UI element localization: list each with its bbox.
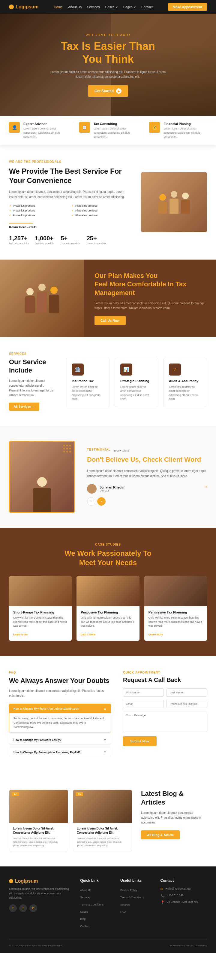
- testimonial-title: Don't Believe Us, Check Client Word: [87, 455, 207, 464]
- case-title-3: Meet Your Needs: [79, 558, 137, 566]
- author-info: Jonatan Rhedin Director: [99, 485, 125, 492]
- footer-useful-faq[interactable]: FAQ: [120, 910, 126, 913]
- person-2-head: [171, 191, 177, 198]
- faq-title: We Always Answer Your Doubts: [9, 676, 111, 685]
- testimonial-next-button[interactable]: ›: [97, 497, 106, 506]
- footer-top: Logipsum Lorem ipsum dolor sit amet cons…: [9, 878, 207, 930]
- brown-cta-button[interactable]: Call Us Now: [95, 316, 126, 325]
- footer-address-icon: 📍: [161, 900, 165, 904]
- nav-link-contact[interactable]: Contact: [141, 5, 153, 9]
- footer-link-contact[interactable]: Contact: [80, 925, 90, 928]
- dot-8: [66, 451, 68, 452]
- footer-link-cases[interactable]: Cases: [80, 910, 88, 913]
- social-instagram[interactable]: in: [29, 904, 37, 912]
- blog-card-desc-1: Lorem ipsum dolor sit amet, consectetur …: [77, 837, 128, 848]
- faq-arrow-0: ▲: [104, 707, 107, 710]
- social-facebook[interactable]: f: [9, 904, 17, 912]
- service-icon-0: 🏦: [72, 364, 84, 375]
- feature-title-1: Tax Consulting: [94, 122, 137, 126]
- case-card-img-1: [77, 576, 139, 606]
- service-icon-1: 📊: [120, 364, 132, 375]
- case-studies-section: Case Studies We Work Passionately To Mee…: [0, 528, 216, 656]
- blog-title: Latest Blog & Articles: [141, 789, 207, 807]
- footer-quicklinks: About Us Services Terms & Conditions Cas…: [80, 887, 111, 928]
- footer-useful-privacy[interactable]: Privacy Policy: [120, 889, 137, 892]
- hero-description: Lorem ipsum dolor sit amet, consectetur …: [48, 70, 168, 79]
- person-3: [181, 192, 190, 213]
- footer-link-services[interactable]: Services: [80, 896, 91, 899]
- phone-input[interactable]: [167, 700, 207, 708]
- case-title: We Work Passionately To Meet Your Needs: [9, 549, 207, 567]
- faq-item-2: How to Change My Subscription Plan using…: [9, 747, 111, 757]
- submit-button[interactable]: Submit Now: [123, 737, 157, 746]
- blog-card-img-0: 22: [9, 790, 68, 823]
- callback-contact-row: [123, 700, 207, 708]
- last-name-input[interactable]: [167, 688, 207, 697]
- hero-welcome: Welcome to Diaxio: [48, 33, 168, 37]
- about-list-item-3: Phasellus pretioue: [71, 209, 132, 212]
- case-card-0: Short-Range Tax Planning Only with far m…: [9, 576, 72, 641]
- blog-card-body-0: Lorem Ipsum Dolor Sit Amet, Consectetur …: [9, 823, 68, 851]
- author-role: Director: [99, 489, 125, 492]
- footer-link-terms[interactable]: Terms & Conditions: [80, 903, 104, 906]
- services-layout: Our Service Include Lorem ipsum dolor si…: [9, 358, 207, 411]
- nav-cta-button[interactable]: Make Appointment: [168, 3, 207, 11]
- feature-divider-2: [143, 122, 143, 139]
- message-textarea[interactable]: [123, 711, 207, 732]
- footer-useful-support[interactable]: Support: [120, 903, 130, 906]
- nav-logo-text: Logipsum: [16, 4, 38, 10]
- footer-email-icon: ✉: [161, 887, 163, 891]
- brown-title-2: Feel More: [95, 280, 127, 288]
- footer-phone-icon: 📞: [161, 894, 165, 898]
- faq-question-text-1: How to Change My Password Easily?: [14, 738, 61, 741]
- faq-question-1[interactable]: How to Change My Password Easily? ▼: [9, 735, 111, 745]
- dot-6: [69, 448, 71, 449]
- footer-link-about[interactable]: About Us: [80, 889, 91, 892]
- case-card-desc-2: Only with far more column space than thi…: [148, 616, 203, 628]
- callback-part: Quick Appointment Request A Call Back Su…: [123, 671, 207, 760]
- feature-icon-2: 💰: [149, 122, 160, 133]
- case-title-highlight: Passionately: [97, 549, 141, 557]
- case-card-desc-0: Only with far more column space than thi…: [13, 616, 68, 628]
- nav-link-about[interactable]: About Us: [68, 5, 82, 9]
- faq-question-2[interactable]: How to Change My Subscription Plan using…: [9, 748, 111, 757]
- social-twitter[interactable]: t: [19, 904, 27, 912]
- person-1-head: [159, 194, 166, 201]
- feature-desc-1: Lorem ipsum dolor sit amet consectetur a…: [94, 127, 137, 139]
- blog-all-button[interactable]: All Blog & Article: [141, 830, 180, 839]
- about-list-item-1: Phasellus pretioue: [71, 204, 132, 207]
- blog-card-title-0: Lorem Ipsum Dolor Sit Amet, Consectetur …: [13, 826, 64, 835]
- faq-callback-section: FAQ We Always Answer Your Doubts Lorem i…: [0, 656, 216, 775]
- testimonial-author: Jonatan Rhedin Director ": [87, 484, 207, 493]
- nav-links: Home About Us Services Cases ∨ Pages ∨ C…: [54, 5, 153, 9]
- signature-line: [9, 223, 33, 224]
- services-cards: 🏦 Insurance Tax Lorem ipsum dolor sit am…: [66, 358, 207, 407]
- faq-question-0[interactable]: How to Change My Photo From Admin Dashbo…: [9, 704, 111, 713]
- case-card-link-2[interactable]: Learn More: [148, 633, 163, 636]
- nav-link-home[interactable]: Home: [54, 5, 63, 9]
- about-signature: Kevin Herd - CEO: [9, 223, 132, 229]
- email-input[interactable]: [123, 700, 164, 708]
- footer-useful-terms[interactable]: Terms & Conditions: [120, 896, 144, 899]
- nav-link-pages[interactable]: Pages ∨: [123, 5, 136, 9]
- services-all-button[interactable]: All Services →: [9, 402, 39, 411]
- about-list-item-2: Phasellus pretioue: [9, 209, 69, 212]
- testimonial-title-1: Don't Believe Us, Check: [87, 456, 162, 463]
- testimonial-prev-button[interactable]: ‹: [87, 497, 95, 506]
- footer-link-blog[interactable]: Blog: [80, 918, 85, 921]
- brown-title-highlight: Comfortable: [127, 280, 166, 288]
- hero-cta-button[interactable]: Get Started ▶: [88, 85, 128, 97]
- first-name-input[interactable]: [123, 688, 164, 697]
- person-3-body: [181, 200, 190, 213]
- brown-person-2-body: [37, 292, 47, 313]
- testimonial-person: [33, 477, 51, 512]
- case-card-link-1[interactable]: Learn More: [81, 633, 95, 636]
- case-card-link-0[interactable]: Learn More: [13, 633, 28, 636]
- brown-person-1: [25, 288, 35, 313]
- nav-link-services[interactable]: Services: [87, 5, 99, 9]
- footer-address-text: 70 Canada , Mai, 360 789: [167, 900, 198, 904]
- footer-about-col: Logipsum Lorem ipsum dolor sit amet cons…: [9, 878, 71, 930]
- blog-date-1: 25: [76, 792, 83, 796]
- nav-link-cases[interactable]: Cases ∨: [105, 5, 118, 9]
- feature-desc-2: Lorem ipsum dolor sit amet consectetur a…: [164, 127, 207, 139]
